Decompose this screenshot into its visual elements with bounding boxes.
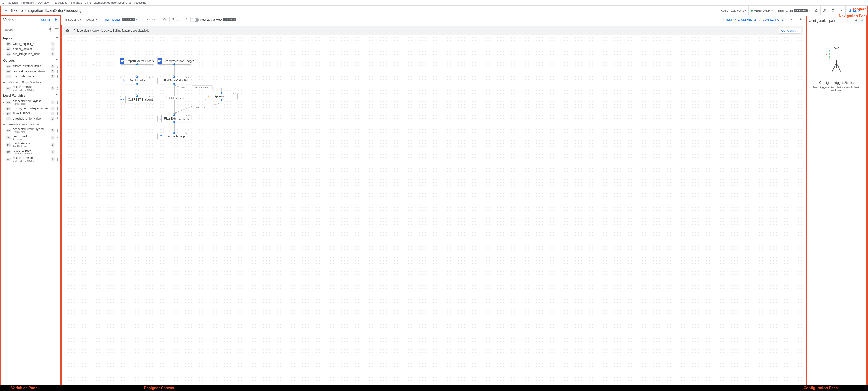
product-icon <box>2 1 6 5</box>
bc-0[interactable]: Application Integration <box>6 1 34 4</box>
bc-2[interactable]: Integrations <box>53 1 67 4</box>
bc-1[interactable]: Overview <box>38 1 49 4</box>
breadcrumb: Application Integration/ Overview/ Integ… <box>0 0 868 6</box>
bc-3: Integration editor: ExampleIntegration-E… <box>71 1 147 4</box>
